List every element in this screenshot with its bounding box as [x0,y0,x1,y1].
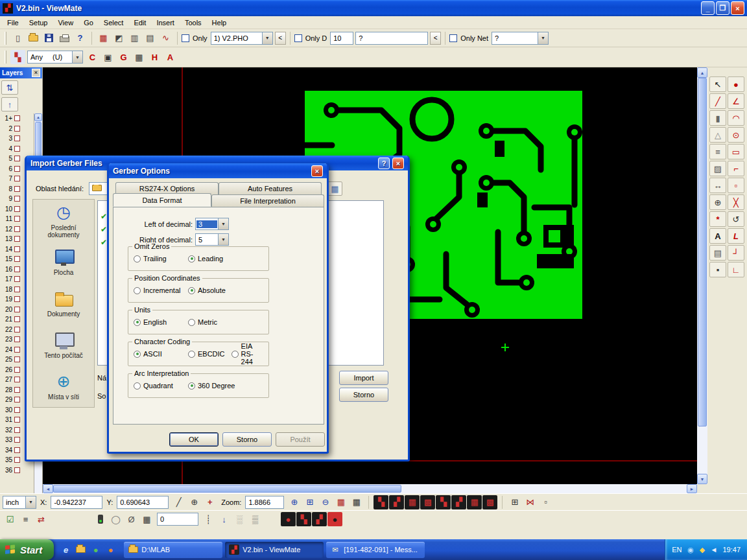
close-icon[interactable]: × [32,69,40,77]
vertical-scrollbar[interactable]: ▲ ▼ [697,67,707,484]
taskbar-task-d-mlab[interactable]: D:\MLAB [124,542,222,558]
probe-icon[interactable]: Ø [124,512,139,526]
net-combo[interactable]: ? ▼ [492,32,549,45]
place-m-sta-v-s-ti[interactable]: ⊕Místa v síti [33,366,94,407]
network-tray-icon[interactable]: ◉ [685,544,696,555]
layer-visibility-checkbox[interactable] [14,397,20,402]
dcode-pattern-icon-8[interactable]: ▩ [482,495,497,509]
grid-red-icon[interactable]: ▦ [333,495,348,509]
grid-icon[interactable]: ▦ [139,512,154,526]
views-icon[interactable]: ▦ [327,181,342,196]
cut-icon[interactable]: ╳ [728,194,744,210]
crosshair-icon[interactable]: + [202,495,217,509]
folder-quick-icon[interactable] [75,544,87,556]
radio-incremental[interactable]: Incremental [134,286,182,294]
prev-dcode-button[interactable]: < [430,32,441,45]
layer-visibility-checkbox[interactable] [14,387,20,393]
list-icon[interactable]: ≡ [18,512,33,526]
layer-visibility-checkbox[interactable] [14,356,20,362]
corner-icon[interactable]: ⌐ [728,161,744,176]
dcode-pattern-icon-3[interactable]: ▦ [405,495,420,509]
lamp-icon[interactable]: ◯ [108,512,123,526]
place-plocha[interactable]: Plocha [33,241,94,283]
menu-tools[interactable]: Tools [180,18,206,28]
msn-icon[interactable]: ● [89,544,102,556]
radio-english[interactable]: English [134,318,182,326]
columns-icon[interactable]: ▤ [143,31,158,45]
aperture-grid-icon[interactable]: ▚ [10,50,25,64]
ok-button[interactable]: OK [169,432,219,447]
layer-row[interactable]: 3 [2,134,34,144]
l-tool-icon[interactable]: L [728,228,744,244]
menu-setup[interactable]: Setup [25,18,53,28]
layer-visibility-checkbox[interactable] [14,336,20,342]
right-decimal-combo[interactable]: 5 ▼ [195,233,229,246]
menu-go[interactable]: Go [79,18,98,28]
pad-pattern-icon-3[interactable]: ▞ [312,512,327,526]
vertical-scroll-thumb[interactable] [698,78,707,426]
small-rect-icon[interactable]: ▫ [728,178,744,193]
start-button[interactable]: Start [0,539,54,560]
place-dokumenty[interactable]: Dokumenty [33,283,94,324]
layer-visibility-checkbox[interactable] [14,126,20,132]
clock[interactable]: 19:47 [722,546,741,554]
dcode-pattern-icon-5[interactable]: ▚ [436,495,451,509]
c-tool-icon[interactable]: C [85,50,100,64]
layer-visibility-checkbox[interactable] [14,206,20,212]
layer-swap-icon[interactable]: ⇅ [1,80,18,95]
horizontal-scrollbar[interactable]: ◄ ► [43,484,697,493]
hatch-icon[interactable]: ▨ [709,161,726,176]
dcode-pattern-icon-7[interactable]: ▦ [467,495,482,509]
layers-panel-titlebar[interactable]: Layers × [0,67,42,78]
menu-select[interactable]: Select [99,18,128,28]
layer-visibility-checkbox[interactable] [14,417,20,423]
g-tool-icon[interactable]: G [116,50,131,64]
dot-tool-icon[interactable]: ▪ [709,262,726,277]
select-box-icon[interactable]: ▫ [538,495,553,509]
dcode-input[interactable]: 10 [330,32,353,45]
place-posledn-dokumenty[interactable]: ◷Poslední dokumenty [33,200,94,241]
restore-button[interactable]: ❐ [716,1,729,15]
dots-column-icon[interactable]: ┊ [201,512,216,526]
storno-button[interactable]: Storno [222,432,272,447]
layer-visibility-checkbox[interactable] [14,266,20,272]
ie-icon[interactable]: e [60,544,72,556]
taskbar-task-v2-bin-viewmate[interactable]: ▞V2.bin - ViewMate [225,542,324,558]
layer-visibility-checkbox[interactable] [14,467,20,473]
layer-visibility-checkbox[interactable] [14,427,20,433]
storno-button[interactable]: Storno [339,388,388,402]
radio-360-degree[interactable]: 360 Degree [188,382,235,390]
layer-visibility-checkbox[interactable] [14,316,20,322]
text-tool-icon[interactable]: A [709,228,726,244]
pad-pattern-icon-1[interactable]: ● [281,512,296,526]
radio-leading[interactable]: Leading [188,255,223,262]
help-pointer-icon[interactable]: ? [73,31,88,45]
pointer-icon[interactable]: ↖ [709,76,726,92]
layer-visibility-checkbox[interactable] [14,256,20,262]
layers-scroll-thumb[interactable] [35,122,42,161]
radio-eia-rs-244[interactable]: EIA RS-244 [231,342,262,366]
mirror-icon[interactable]: △ [709,127,726,143]
layer-visibility-checkbox[interactable] [14,286,20,292]
unit-combo[interactable]: inch ▼ [3,496,36,509]
layer-visibility-checkbox[interactable] [14,377,20,382]
radio-ebcdic[interactable]: EBCDIC [188,350,225,358]
zoom-tool-icon[interactable]: ⊕ [709,194,726,210]
prev-layer-button[interactable]: < [275,32,286,45]
rect-outline-icon[interactable]: ▭ [728,144,744,159]
star-tool-icon[interactable]: * [709,211,726,227]
minimize-button[interactable]: _ [701,1,715,15]
only-dcode-checkbox[interactable] [294,34,302,42]
tab-file-interpretation[interactable]: File Interpretation [211,194,324,207]
layer-visibility-checkbox[interactable] [14,226,20,232]
traffic-light-icon[interactable] [93,512,108,526]
flag-icon[interactable]: ◩ [112,31,126,45]
layer-visibility-checkbox[interactable] [14,156,20,161]
layer-visibility-checkbox[interactable] [14,236,20,242]
layer-visibility-checkbox[interactable] [14,437,20,443]
layer-visibility-checkbox[interactable] [14,407,20,413]
scroll-up-button[interactable]: ▲ [697,67,707,78]
ruler-icon[interactable]: ▥ [127,31,142,45]
filled-rect-icon[interactable]: ▮ [709,110,726,126]
zoom-window-icon[interactable]: ⊞ [302,495,317,509]
